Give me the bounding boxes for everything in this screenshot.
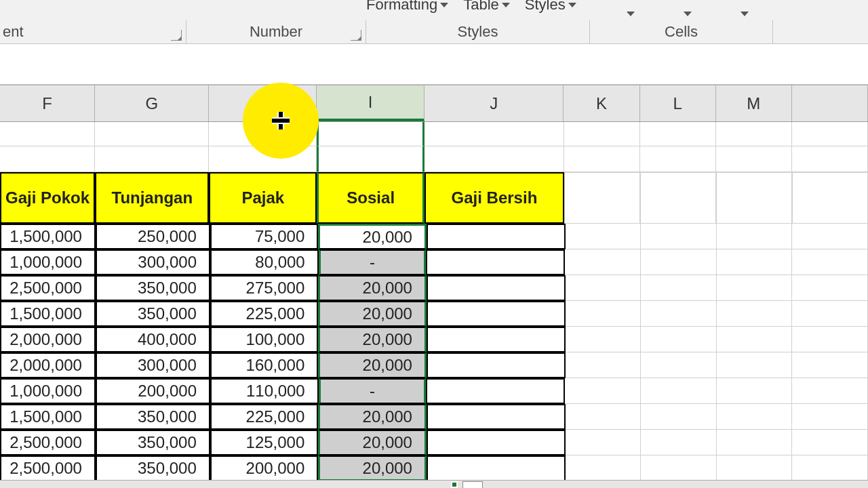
cell[interactable] [566, 301, 642, 327]
cell[interactable]: 2,500,000 [0, 455, 96, 481]
cell[interactable]: 2,000,000 [0, 352, 96, 378]
cell[interactable]: 1,000,000 [0, 249, 96, 275]
spreadsheet-grid[interactable]: Gaji Pokok Tunjangan Pajak Sosial Gaji B… [0, 122, 868, 488]
cell[interactable] [640, 122, 716, 146]
cell[interactable] [566, 224, 642, 249]
header-gaji-pokok[interactable]: Gaji Pokok [0, 172, 95, 224]
cell[interactable]: 20,000 [318, 404, 427, 430]
formula-bar-area[interactable] [0, 44, 868, 85]
cell[interactable]: 225,000 [210, 301, 319, 327]
cell[interactable] [641, 275, 717, 301]
cell[interactable] [566, 275, 642, 301]
cell[interactable] [427, 404, 566, 430]
cell[interactable]: 20,000 [318, 352, 427, 378]
cell[interactable]: 160,000 [210, 352, 319, 378]
cell[interactable] [716, 172, 792, 224]
cell[interactable] [426, 249, 565, 275]
cell[interactable]: 300,000 [96, 352, 210, 378]
header-pajak[interactable]: Pajak [209, 172, 317, 224]
cell[interactable] [317, 122, 425, 146]
cell[interactable] [717, 352, 793, 378]
cell[interactable] [427, 352, 566, 378]
cell[interactable]: 1,500,000 [0, 404, 96, 430]
cell[interactable] [717, 455, 793, 481]
cell[interactable] [566, 404, 642, 430]
cell[interactable] [640, 146, 716, 172]
fill-handle[interactable] [451, 481, 458, 488]
dialog-launcher-icon[interactable] [171, 30, 182, 41]
cell[interactable]: 20,000 [318, 455, 427, 481]
bottom-scrollbar-edge[interactable] [0, 480, 868, 488]
cell[interactable] [717, 430, 793, 455]
cell[interactable] [427, 455, 566, 481]
cell[interactable] [425, 122, 564, 146]
cell[interactable] [427, 430, 566, 455]
cell[interactable]: - [319, 378, 427, 404]
cell[interactable] [427, 327, 566, 352]
cell[interactable] [566, 352, 642, 378]
cell[interactable]: 110,000 [210, 378, 319, 404]
cell[interactable]: 350,000 [96, 430, 210, 455]
cell[interactable] [792, 146, 868, 172]
cell-styles-button[interactable]: Styles [525, 0, 576, 14]
cell[interactable] [792, 352, 868, 378]
cell[interactable] [717, 378, 793, 404]
cell[interactable]: 125,000 [210, 430, 319, 455]
cell[interactable]: 300,000 [96, 249, 210, 275]
cell[interactable]: 225,000 [210, 404, 319, 430]
cell[interactable] [716, 146, 792, 172]
cell[interactable] [717, 224, 793, 249]
autofill-options-button[interactable] [462, 481, 483, 488]
cell[interactable] [427, 301, 566, 327]
header-gaji-bersih[interactable]: Gaji Bersih [425, 172, 564, 224]
cell[interactable]: 350,000 [96, 275, 210, 301]
cell[interactable]: 200,000 [96, 378, 210, 404]
cell[interactable] [641, 404, 717, 430]
cell[interactable]: 275,000 [210, 275, 319, 301]
cell[interactable]: 75,000 [210, 224, 319, 249]
cell[interactable]: 200,000 [210, 455, 319, 481]
cell[interactable] [95, 146, 209, 172]
cell[interactable] [641, 301, 717, 327]
cell[interactable]: - [319, 249, 427, 275]
insert-cells-button[interactable] [610, 0, 651, 15]
cell[interactable] [641, 224, 717, 249]
column-header-G[interactable]: G [95, 85, 209, 121]
format-as-table-button[interactable]: Table [463, 0, 510, 14]
cell[interactable]: 20,000 [318, 327, 427, 352]
cell[interactable] [426, 378, 565, 404]
cell[interactable] [792, 301, 868, 327]
cell[interactable]: 2,500,000 [0, 430, 96, 455]
cell[interactable]: 20,000 [318, 275, 427, 301]
cell[interactable]: 350,000 [96, 404, 210, 430]
cell[interactable] [792, 378, 868, 404]
cell[interactable] [717, 404, 793, 430]
cell[interactable]: 1,500,000 [0, 301, 96, 327]
cell[interactable] [792, 404, 868, 430]
cell[interactable] [641, 249, 717, 275]
cell[interactable] [717, 327, 793, 352]
header-tunjangan[interactable]: Tunjangan [95, 172, 209, 224]
cell[interactable] [564, 122, 640, 146]
cell[interactable] [792, 327, 868, 352]
cell[interactable] [792, 172, 868, 224]
cell[interactable]: 80,000 [210, 249, 319, 275]
cell[interactable]: 20,000 [318, 301, 427, 327]
column-header-M[interactable]: M [716, 85, 792, 121]
cell[interactable] [564, 146, 640, 172]
cell[interactable] [716, 122, 792, 146]
cell[interactable] [717, 249, 793, 275]
cell[interactable] [792, 122, 868, 146]
cell[interactable] [565, 378, 641, 404]
cell[interactable] [792, 249, 868, 275]
cell[interactable]: 20,000 [318, 430, 427, 455]
cell[interactable] [564, 172, 640, 224]
cell[interactable] [792, 224, 868, 249]
cell[interactable]: 1,000,000 [0, 378, 96, 404]
dialog-launcher-icon[interactable] [351, 30, 361, 41]
cell[interactable] [566, 327, 642, 352]
format-cells-button[interactable] [724, 0, 765, 15]
delete-cells-button[interactable] [667, 0, 708, 15]
cell[interactable]: 250,000 [96, 224, 210, 249]
cell[interactable] [792, 430, 868, 455]
